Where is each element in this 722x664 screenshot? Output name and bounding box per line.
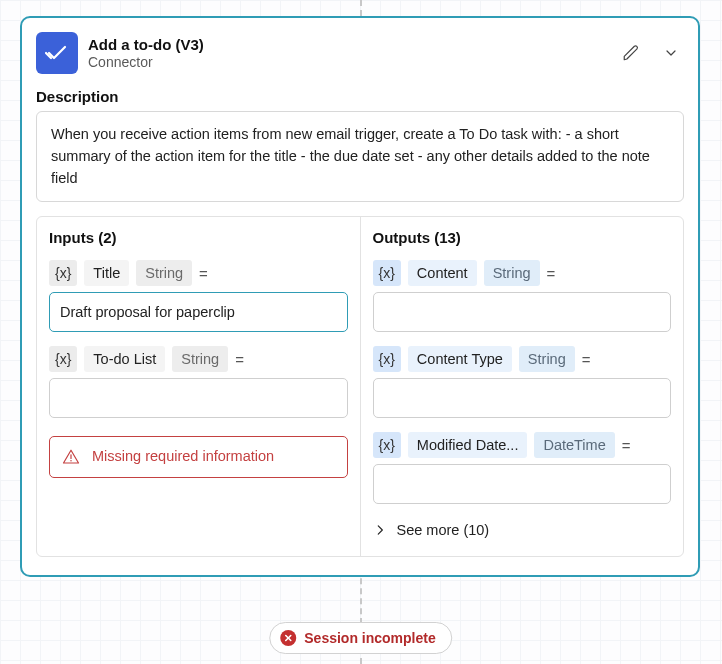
warning-icon [62,448,80,466]
error-dot-icon [280,630,296,646]
outputs-heading: Outputs (13) [373,229,672,246]
collapse-button[interactable] [658,40,684,66]
output-value-content-type[interactable] [373,378,672,418]
see-more-button[interactable]: See more (10) [373,522,672,538]
field-type: DateTime [534,432,614,458]
equals-sign: = [199,265,208,282]
input-field-header: {x} Title String = [49,260,348,286]
svg-point-1 [70,460,72,462]
card-title: Add a to-do (V3) [88,36,204,54]
output-value-content[interactable] [373,292,672,332]
description-text: When you receive action items from new e… [36,111,684,202]
variable-icon: {x} [373,260,401,286]
field-name: Content Type [408,346,512,372]
error-message: Missing required information [49,436,348,478]
variable-icon: {x} [49,260,77,286]
field-name: Content [408,260,477,286]
input-field-header: {x} To-do List String = [49,346,348,372]
field-type: String [519,346,575,372]
equals-sign: = [547,265,556,282]
card-subtitle: Connector [88,54,204,71]
outputs-column: Outputs (13) {x} Content String = {x} Co… [361,217,684,556]
inputs-heading: Inputs (2) [49,229,348,246]
variable-icon: {x} [373,432,401,458]
field-type: String [484,260,540,286]
field-name: Modified Date... [408,432,528,458]
equals-sign: = [582,351,591,368]
input-value-title[interactable] [49,292,348,332]
output-value-modified-date[interactable] [373,464,672,504]
equals-sign: = [235,351,244,368]
description-label: Description [36,88,684,105]
chevron-down-icon [663,45,679,61]
card-header: Add a to-do (V3) Connector [36,32,684,74]
see-more-label: See more (10) [397,522,490,538]
input-value-todo-list[interactable] [49,378,348,418]
pencil-icon [622,44,640,62]
variable-icon: {x} [373,346,401,372]
output-field-header: {x} Modified Date... DateTime = [373,432,672,458]
session-status-text: Session incomplete [304,630,435,646]
output-field-header: {x} Content Type String = [373,346,672,372]
edit-button[interactable] [618,40,644,66]
action-card: Add a to-do (V3) Connector Description W… [20,16,700,577]
field-name: To-do List [84,346,165,372]
chevron-right-icon [373,523,387,537]
inputs-column: Inputs (2) {x} Title String = {x} To-do … [37,217,361,556]
io-container: Inputs (2) {x} Title String = {x} To-do … [36,216,684,557]
field-type: String [172,346,228,372]
todo-app-icon [36,32,78,74]
title-block: Add a to-do (V3) Connector [88,36,204,71]
field-name: Title [84,260,129,286]
error-text: Missing required information [92,447,274,467]
session-status-pill[interactable]: Session incomplete [269,622,452,654]
equals-sign: = [622,437,631,454]
output-field-header: {x} Content String = [373,260,672,286]
field-type: String [136,260,192,286]
variable-icon: {x} [49,346,77,372]
